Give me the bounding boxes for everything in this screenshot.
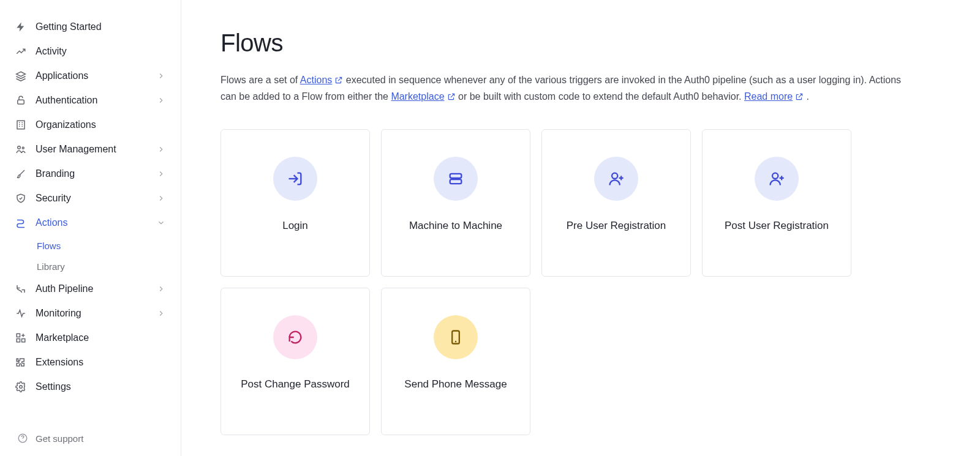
sidebar-sub-flows[interactable]: Flows bbox=[37, 235, 173, 256]
svg-point-10 bbox=[22, 147, 24, 149]
chart-line-icon bbox=[15, 45, 27, 58]
gear-icon bbox=[15, 381, 27, 393]
sidebar-sub-library[interactable]: Library bbox=[37, 256, 173, 277]
sidebar-sub-label: Library bbox=[37, 261, 65, 272]
pipeline-icon bbox=[15, 283, 27, 295]
flow-card-post-user-reg[interactable]: Post User Registration bbox=[702, 129, 851, 277]
sidebar-item-label: Settings bbox=[36, 381, 71, 392]
page-title: Flows bbox=[221, 29, 941, 57]
nav-list: Getting Started Activity Applications bbox=[7, 15, 173, 399]
chevron-right-icon bbox=[156, 144, 166, 154]
chevron-right-icon bbox=[156, 95, 166, 105]
stack-icon bbox=[15, 70, 27, 82]
flow-card-title: Machine to Machine bbox=[397, 218, 514, 234]
sidebar-sub-label: Flows bbox=[37, 241, 61, 251]
sidebar-item-label: Security bbox=[36, 193, 71, 204]
svg-rect-2 bbox=[17, 121, 24, 129]
flow-card-title: Login bbox=[270, 218, 320, 234]
flow-card-title: Send Phone Message bbox=[392, 376, 519, 392]
sidebar-item-label: Monitoring bbox=[36, 308, 81, 319]
sidebar-item-user-management[interactable]: User Management bbox=[7, 137, 173, 162]
main-content: Flows Flows are a set of Actions execute… bbox=[181, 0, 980, 456]
flow-card-send-phone-message[interactable]: Send Phone Message bbox=[381, 288, 530, 435]
sidebar-item-label: Applications bbox=[36, 70, 88, 81]
flow-card-login[interactable]: Login bbox=[221, 129, 370, 277]
support-label: Get support bbox=[36, 433, 83, 444]
lock-icon bbox=[15, 94, 27, 107]
actions-link[interactable]: Actions bbox=[300, 75, 343, 85]
server-icon bbox=[434, 157, 478, 201]
external-link-icon bbox=[447, 92, 456, 101]
sidebar-item-auth-pipeline[interactable]: Auth Pipeline bbox=[7, 277, 173, 301]
svg-marker-0 bbox=[17, 72, 26, 77]
flows-grid: Login Machine to Machine Pre User Regist… bbox=[221, 129, 941, 435]
sidebar-item-actions[interactable]: Actions bbox=[7, 211, 173, 235]
svg-rect-20 bbox=[450, 174, 462, 178]
user-plus-icon bbox=[755, 157, 799, 201]
chevron-right-icon bbox=[156, 193, 166, 203]
get-support-link[interactable]: Get support bbox=[7, 425, 173, 449]
chevron-right-icon bbox=[156, 71, 166, 81]
flow-card-m2m[interactable]: Machine to Machine bbox=[381, 129, 530, 277]
chevron-right-icon bbox=[156, 308, 166, 318]
sidebar-item-label: Marketplace bbox=[36, 332, 89, 343]
sidebar-item-activity[interactable]: Activity bbox=[7, 39, 173, 64]
sidebar-item-label: Extensions bbox=[36, 357, 83, 368]
sidebar-item-organizations[interactable]: Organizations bbox=[7, 113, 173, 137]
shield-icon bbox=[15, 192, 27, 204]
sidebar-item-applications[interactable]: Applications bbox=[7, 64, 173, 88]
flow-card-title: Pre User Registration bbox=[554, 218, 679, 234]
marketplace-link[interactable]: Marketplace bbox=[391, 91, 455, 102]
login-icon bbox=[273, 157, 317, 201]
user-plus-icon bbox=[594, 157, 638, 201]
sidebar-item-label: User Management bbox=[36, 144, 116, 155]
chevron-down-icon bbox=[156, 218, 166, 228]
sidebar-item-label: Actions bbox=[36, 217, 67, 228]
svg-rect-21 bbox=[450, 180, 462, 184]
bolt-icon bbox=[15, 21, 27, 33]
sidebar-item-monitoring[interactable]: Monitoring bbox=[7, 301, 173, 326]
sidebar-item-marketplace[interactable]: Marketplace bbox=[7, 326, 173, 350]
chevron-right-icon bbox=[156, 169, 166, 179]
flow-icon bbox=[15, 217, 27, 229]
sidebar-item-extensions[interactable]: Extensions bbox=[7, 350, 173, 375]
flow-card-post-change-password[interactable]: Post Change Password bbox=[221, 288, 370, 435]
svg-rect-13 bbox=[22, 339, 25, 342]
svg-rect-12 bbox=[17, 339, 20, 342]
svg-point-16 bbox=[20, 386, 23, 389]
sidebar-item-label: Authentication bbox=[36, 95, 97, 106]
help-icon bbox=[17, 433, 28, 444]
svg-point-27 bbox=[772, 173, 778, 179]
sidebar-item-getting-started[interactable]: Getting Started bbox=[7, 15, 173, 39]
flow-card-title: Post Change Password bbox=[228, 376, 362, 392]
phone-icon bbox=[434, 315, 478, 359]
svg-point-24 bbox=[612, 173, 617, 179]
sidebar-item-label: Activity bbox=[36, 46, 67, 57]
svg-rect-11 bbox=[17, 334, 20, 337]
brush-icon bbox=[15, 168, 27, 180]
external-link-icon bbox=[795, 92, 804, 101]
sidebar-item-security[interactable]: Security bbox=[7, 186, 173, 211]
rotate-icon bbox=[273, 315, 317, 359]
page-description: Flows are a set of Actions executed in s… bbox=[221, 72, 907, 105]
grid-plus-icon bbox=[15, 332, 27, 344]
sidebar-item-authentication[interactable]: Authentication bbox=[7, 88, 173, 113]
sidebar-item-label: Auth Pipeline bbox=[36, 283, 93, 294]
pulse-icon bbox=[15, 307, 27, 320]
sidebar-item-settings[interactable]: Settings bbox=[7, 375, 173, 399]
sidebar-item-label: Organizations bbox=[36, 119, 96, 130]
sidebar: Getting Started Activity Applications bbox=[0, 0, 181, 456]
puzzle-icon bbox=[15, 356, 27, 368]
sidebar-sub-actions: Flows Library bbox=[7, 235, 173, 277]
flow-card-title: Post User Registration bbox=[712, 218, 841, 234]
flow-card-pre-user-reg[interactable]: Pre User Registration bbox=[541, 129, 691, 277]
svg-rect-1 bbox=[18, 100, 24, 104]
users-icon bbox=[15, 143, 27, 155]
external-link-icon bbox=[334, 76, 343, 84]
svg-point-9 bbox=[18, 146, 21, 149]
sidebar-item-label: Getting Started bbox=[36, 21, 102, 32]
sidebar-item-branding[interactable]: Branding bbox=[7, 162, 173, 186]
read-more-link[interactable]: Read more bbox=[744, 91, 804, 102]
chevron-right-icon bbox=[156, 284, 166, 294]
sidebar-item-label: Branding bbox=[36, 168, 75, 179]
